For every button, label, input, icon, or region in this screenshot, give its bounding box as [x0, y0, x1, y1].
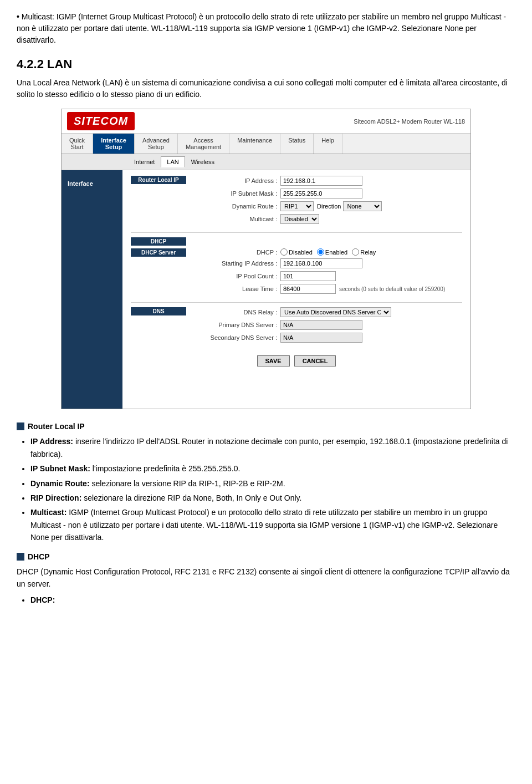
- bullet-dynamic-route: Dynamic Route: selezionare la versione R…: [30, 477, 515, 490]
- ip-pool-input[interactable]: [280, 271, 336, 281]
- router-header: SITECOM Sitecom ADSL2+ Modem Router WL-1…: [62, 109, 470, 134]
- tab-status[interactable]: Status: [280, 134, 314, 154]
- bullet-ip-address-text: inserire l'indirizzo IP dell'ADSL Router…: [30, 437, 508, 458]
- tab-interface-setup[interactable]: Interface Setup: [93, 134, 135, 154]
- dhcp-disabled-label: Disabled: [289, 249, 313, 256]
- dhcp-relay-radio[interactable]: [352, 248, 359, 256]
- top-intro-section: • Multicast: IGMP (Internet Group Multic…: [17, 11, 515, 46]
- bullet-dhcp: DHCP:: [30, 594, 515, 606]
- sub-tab-wireless[interactable]: Wireless: [185, 156, 221, 167]
- direction-label: Direction: [317, 203, 341, 210]
- bullet-subnet-mask: IP Subnet Mask: l'impostazione predefini…: [30, 462, 515, 475]
- dhcp-server-section: DHCP Server DHCP : Disabled: [131, 248, 462, 297]
- dns-section: DNS DNS Relay : Use Auto Discovered DNS …: [131, 307, 462, 345]
- tab-help[interactable]: Help: [314, 134, 342, 154]
- router-content: Router Local IP IP Address : IP Subnet M…: [122, 170, 470, 409]
- dhcp-heading: DHCP: [28, 551, 50, 563]
- primary-dns-label: Primary DNS Server :: [192, 322, 280, 328]
- nav-tabs: Quick Start Interface Setup Advanced Set…: [62, 134, 470, 154]
- ip-pool-row: IP Pool Count :: [192, 271, 462, 281]
- secondary-dns-label: Secondary DNS Server :: [192, 334, 280, 341]
- bullet-dhcp-bold: DHCP:: [30, 595, 55, 604]
- cancel-button[interactable]: CANCEL: [294, 355, 336, 366]
- router-local-ip-label: Router Local IP: [131, 176, 186, 184]
- section-heading: 4.2.2 LAN: [17, 57, 515, 72]
- starting-ip-label: Starting IP Address :: [192, 260, 280, 267]
- lease-time-note: seconds (0 sets to default value of 2592…: [339, 286, 445, 292]
- bullet-rip-direction: RIP Direction: selezionare la direzione …: [30, 492, 515, 504]
- router-local-ip-list: IP Address: inserire l'indirizzo IP dell…: [30, 435, 515, 543]
- dns-relay-label: DNS Relay :: [192, 309, 280, 315]
- dhcp-enabled-option[interactable]: Enabled: [317, 248, 347, 256]
- multicast-label: Multicast :: [192, 216, 280, 222]
- multicast-row: Multicast : Disabled IGMP-v1 IGMP-v2 Non…: [192, 214, 462, 224]
- multicast-select[interactable]: Disabled IGMP-v1 IGMP-v2 None: [280, 214, 319, 224]
- ip-subnet-row: IP Subnet Mask :: [192, 189, 462, 198]
- section-intro: Una Local Area Network (LAN) è un sistem…: [17, 77, 515, 100]
- bullet-ip-address: IP Address: inserire l'indirizzo IP dell…: [30, 435, 515, 460]
- router-main-area: Interface Router Local IP IP Address :: [62, 170, 470, 409]
- starting-ip-input[interactable]: [280, 258, 362, 268]
- direction-select[interactable]: None Both In Only Out Only: [343, 201, 382, 211]
- dhcp-enabled-radio[interactable]: [317, 248, 324, 256]
- dhcp-disabled-option[interactable]: Disabled: [280, 248, 313, 256]
- dynamic-route-select[interactable]: RIP1 RIP2B RIP2M: [280, 201, 314, 211]
- dhcp-section: DHCP DHCP Server DHCP :: [131, 237, 462, 297]
- dhcp-heading-icon: [17, 553, 24, 561]
- secondary-dns-row: Secondary DNS Server :: [192, 333, 462, 343]
- sub-nav: Internet LAN Wireless: [62, 154, 470, 170]
- router-local-ip-heading: Router Local IP: [28, 420, 85, 432]
- router-ui-panel: SITECOM Sitecom ADSL2+ Modem Router WL-1…: [61, 109, 471, 409]
- tab-advanced-setup[interactable]: Advanced Setup: [135, 134, 178, 154]
- dhcp-heading-row: DHCP: [17, 551, 515, 563]
- router-sidebar: Interface: [62, 170, 122, 409]
- ip-subnet-input[interactable]: [280, 189, 362, 198]
- dhcp-field-label: DHCP :: [192, 249, 280, 256]
- lease-time-label: Lease Time :: [192, 286, 280, 292]
- router-local-ip-heading-row: Router Local IP: [17, 420, 515, 432]
- top-intro-text: •: [17, 12, 22, 21]
- bullet-dynamic-route-text: selezionare la versione RIP da RIP-1, RI…: [91, 479, 285, 488]
- primary-dns-input[interactable]: [280, 320, 362, 330]
- ip-address-row: IP Address :: [192, 176, 462, 186]
- bullet-multicast-bold: Multicast:: [30, 508, 66, 517]
- bullet-multicast: Multicast: IGMP (Internet Group Multicas…: [30, 506, 515, 543]
- tab-maintenance[interactable]: Maintenance: [229, 134, 280, 154]
- dhcp-radio-row: DHCP : Disabled Enabled: [192, 248, 462, 256]
- ip-subnet-label: IP Subnet Mask :: [192, 190, 280, 197]
- ip-address-input[interactable]: [280, 176, 362, 186]
- bullet-multicast-text: IGMP (Internet Group Multicast Protocol)…: [30, 508, 498, 542]
- sidebar-item-interface: Interface: [64, 176, 120, 191]
- primary-dns-row: Primary DNS Server :: [192, 320, 462, 330]
- router-local-ip-section: Router Local IP IP Address : IP Subnet M…: [131, 176, 462, 227]
- save-button[interactable]: SAVE: [257, 355, 290, 366]
- tab-quick-start[interactable]: Quick Start: [62, 134, 93, 154]
- sub-tab-lan[interactable]: LAN: [161, 156, 185, 167]
- lease-time-row: Lease Time : seconds (0 sets to default …: [192, 284, 462, 294]
- bullet-rip-direction-text: selezionare la direzione RIP da None, Bo…: [84, 493, 301, 502]
- secondary-dns-input[interactable]: [280, 333, 362, 343]
- dynamic-route-row: Dynamic Route : RIP1 RIP2B RIP2M Directi…: [192, 201, 462, 211]
- dhcp-server-label: DHCP Server: [131, 248, 186, 257]
- dhcp-relay-option[interactable]: Relay: [352, 248, 376, 256]
- sub-tab-internet[interactable]: Internet: [128, 156, 161, 167]
- dns-label: DNS: [131, 307, 186, 315]
- tab-access-management[interactable]: Access Management: [178, 134, 229, 154]
- top-intro-body: Multicast: IGMP (Internet Group Multicas…: [17, 12, 506, 44]
- dns-relay-select[interactable]: Use Auto Discovered DNS Server Only: [280, 307, 391, 317]
- dhcp-enabled-label: Enabled: [325, 249, 347, 256]
- bottom-section: Router Local IP IP Address: inserire l'i…: [17, 420, 515, 606]
- lease-time-input[interactable]: [280, 284, 336, 294]
- router-model: Sitecom ADSL2+ Modem Router WL-118: [354, 118, 465, 125]
- sitecom-logo: SITECOM: [67, 112, 135, 130]
- router-local-ip-icon: [17, 422, 24, 430]
- bullet-subnet-mask-bold: IP Subnet Mask:: [30, 464, 90, 473]
- dhcp-disabled-radio[interactable]: [280, 248, 288, 256]
- starting-ip-row: Starting IP Address :: [192, 258, 462, 268]
- dhcp-radio-group: Disabled Enabled Relay: [280, 248, 376, 256]
- dhcp-intro-text: DHCP (Dynamic Host Configuration Protoco…: [17, 566, 515, 590]
- bullet-dynamic-route-bold: Dynamic Route:: [30, 479, 90, 488]
- bullet-ip-address-bold: IP Address:: [30, 437, 73, 446]
- ip-address-label: IP Address :: [192, 177, 280, 184]
- button-row: SAVE CANCEL: [131, 351, 462, 366]
